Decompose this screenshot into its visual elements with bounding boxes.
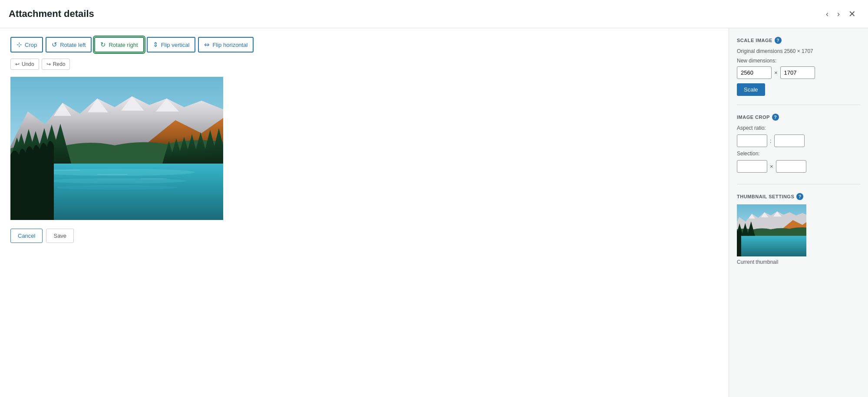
image-crop-section: IMAGE CROP ? Aspect ratio: : Selection: … (737, 114, 860, 184)
rotate-right-button[interactable]: ↻ Rotate right (94, 37, 144, 52)
undo-button[interactable]: ↩ Undo (10, 59, 39, 70)
rotate-right-label: Rotate right (109, 42, 138, 48)
save-button[interactable]: Save (46, 229, 74, 243)
crop-help-icon[interactable]: ? (772, 114, 779, 121)
thumbnail-preview (737, 204, 806, 256)
flip-vertical-button[interactable]: ⇕ Flip vertical (147, 37, 196, 52)
dimensions-row: × (737, 66, 860, 79)
flip-vertical-label: Flip vertical (161, 42, 190, 48)
image-preview (10, 77, 223, 220)
header-nav: ‹ › ✕ (822, 7, 859, 21)
rotate-left-button[interactable]: ↺ Rotate left (46, 37, 92, 52)
toolbar: ⊹ Crop ↺ Rotate left ↻ Rotate right ⇕ Fl… (10, 37, 718, 52)
svg-rect-43 (737, 236, 806, 256)
selection-row: × (737, 160, 860, 173)
undo-icon: ↩ (15, 61, 20, 67)
selection-width-input[interactable] (737, 160, 767, 173)
crop-button[interactable]: ⊹ Crop (10, 37, 43, 52)
flip-horizontal-label: Flip horizontal (212, 42, 248, 48)
selection-label: Selection: (737, 151, 860, 157)
width-input[interactable] (737, 66, 772, 79)
selection-height-input[interactable] (776, 160, 806, 173)
redo-button[interactable]: ↪ Redo (42, 59, 70, 70)
dimension-separator: × (774, 69, 778, 76)
undo-redo-row: ↩ Undo ↪ Redo (10, 59, 718, 70)
aspect-ratio-separator: : (770, 138, 772, 144)
scale-button[interactable]: Scale (737, 83, 765, 96)
editor-area: ⊹ Crop ↺ Rotate left ↻ Rotate right ⇕ Fl… (0, 28, 729, 397)
flip-horizontal-button[interactable]: ⇔ Flip horizontal (198, 37, 254, 52)
original-dimensions: Original dimensions 2560 × 1707 (737, 48, 860, 54)
thumbnail-settings-section: THUMBNAIL SETTINGS ? (737, 193, 860, 274)
flip-horizontal-icon: ⇔ (204, 41, 210, 49)
flip-vertical-icon: ⇕ (153, 41, 158, 49)
close-button[interactable]: ✕ (845, 7, 859, 21)
image-crop-title: IMAGE CROP ? (737, 114, 860, 121)
undo-label: Undo (22, 61, 34, 67)
scale-image-title: SCALE IMAGE ? (737, 37, 860, 44)
thumbnail-help-icon[interactable]: ? (796, 193, 803, 200)
main-layout: ⊹ Crop ↺ Rotate left ↻ Rotate right ⇕ Fl… (0, 28, 868, 397)
action-row: Cancel Save (10, 229, 718, 243)
scale-image-section: SCALE IMAGE ? Original dimensions 2560 ×… (737, 37, 860, 105)
selection-separator: × (770, 163, 773, 170)
thumbnail-settings-title: THUMBNAIL SETTINGS ? (737, 193, 860, 200)
scale-help-icon[interactable]: ? (775, 37, 782, 44)
redo-icon: ↪ (46, 61, 51, 67)
current-thumbnail-label: Current thumbnail (737, 259, 860, 265)
rotate-left-icon: ↺ (52, 41, 57, 49)
crop-label: Crop (25, 42, 37, 48)
next-nav-button[interactable]: › (834, 8, 843, 20)
sidebar: SCALE IMAGE ? Original dimensions 2560 ×… (729, 28, 868, 397)
prev-nav-button[interactable]: ‹ (822, 8, 832, 20)
cancel-button[interactable]: Cancel (10, 229, 43, 243)
aspect-ratio-label: Aspect ratio: (737, 125, 860, 131)
header: Attachment details ‹ › ✕ (0, 0, 868, 28)
svg-point-23 (47, 178, 186, 184)
aspect-ratio-row: : (737, 135, 860, 147)
redo-label: Redo (53, 61, 66, 67)
image-crop-label: IMAGE CROP (737, 115, 770, 120)
thumbnail-image (737, 204, 806, 256)
image-preview-container (10, 77, 223, 220)
svg-point-22 (39, 169, 195, 176)
aspect-ratio-width-input[interactable] (737, 135, 767, 147)
height-input[interactable] (780, 66, 815, 79)
rotate-right-icon: ↻ (100, 41, 106, 49)
page-title: Attachment details (9, 8, 94, 20)
rotate-left-label: Rotate left (60, 42, 86, 48)
aspect-ratio-height-input[interactable] (774, 135, 805, 147)
scale-image-label: SCALE IMAGE (737, 38, 772, 43)
thumbnail-settings-label: THUMBNAIL SETTINGS (737, 194, 794, 199)
crop-icon: ⊹ (17, 41, 22, 49)
app-container: Attachment details ‹ › ✕ ⊹ Crop ↺ Rotate… (0, 0, 868, 397)
new-dimensions-label: New dimensions: (737, 58, 860, 64)
svg-point-24 (56, 185, 178, 190)
